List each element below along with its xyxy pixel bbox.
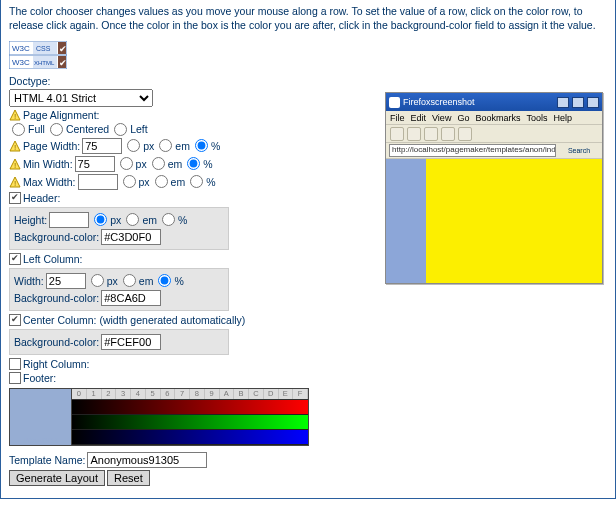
menu-file[interactable]: File [390,113,405,123]
header-checkbox[interactable] [9,192,21,204]
back-button[interactable] [390,127,404,141]
max-width-label: Max Width: [23,176,76,188]
minimize-button[interactable] [557,97,569,108]
align-full-label: Full [28,123,45,135]
svg-text:✔: ✔ [59,58,67,68]
pagewidth-pct-label: % [211,140,220,152]
header-pct-radio[interactable] [162,213,175,226]
blue-ramp[interactable] [72,430,308,445]
menu-view[interactable]: View [432,113,451,123]
svg-text:✔: ✔ [59,44,67,54]
pagewidth-px-radio[interactable] [127,139,140,152]
maxwidth-pct-label: % [206,176,215,188]
header-label: Header: [23,192,60,204]
search-box[interactable]: Search [559,145,599,157]
min-width-input[interactable] [75,156,115,172]
leftcol-px-radio[interactable] [91,274,104,287]
svg-text:!: ! [14,179,16,188]
footer-checkbox[interactable] [9,372,21,384]
leftcol-bg-input[interactable] [101,290,161,306]
svg-text:!: ! [14,161,16,170]
window-app-icon [389,97,400,108]
minwidth-em-label: em [168,158,183,170]
pagewidth-em-radio[interactable] [159,139,172,152]
centercol-bg-input[interactable] [101,334,161,350]
leftcol-pct-radio[interactable] [158,274,171,287]
preview-left-column [386,159,426,283]
browser-preview: Firefoxscreenshot FileEditViewGoBookmark… [385,92,603,284]
close-button[interactable] [587,97,599,108]
leftcol-width-input[interactable] [46,273,86,289]
header-height-label: Height: [14,214,47,226]
svg-text:CSS: CSS [36,45,51,52]
centercol-section: Background-color: [9,329,229,355]
rightcol-label: Right Column: [23,358,90,370]
svg-text:W3C: W3C [12,44,30,53]
color-swatch[interactable]: #96ADD3 [10,389,72,445]
centercol-bg-label: Background-color: [14,336,99,348]
forward-button[interactable] [407,127,421,141]
template-name-input[interactable] [87,452,207,468]
picker-scale: 0123456789ABCDEF [72,389,308,400]
leftcol-bg-label: Background-color: [14,292,99,304]
reload-button[interactable] [424,127,438,141]
color-picker: #96ADD3 0123456789ABCDEF [9,388,309,446]
leftcol-em-radio[interactable] [123,274,136,287]
footer-label: Footer: [23,372,56,384]
browser-toolbar [386,125,602,143]
header-bg-input[interactable] [101,229,161,245]
green-ramp[interactable] [72,415,308,430]
menu-go[interactable]: Go [457,113,469,123]
red-ramp[interactable] [72,400,308,415]
generate-layout-button[interactable]: Generate Layout [9,470,105,486]
window-title: Firefoxscreenshot [403,97,554,107]
align-left-radio[interactable] [114,123,127,136]
pagewidth-pct-radio[interactable] [195,139,208,152]
stop-button[interactable] [441,127,455,141]
minwidth-px-radio[interactable] [120,157,133,170]
page-width-input[interactable] [82,138,122,154]
leftcol-section: Width: px em % Background-color: [9,268,229,311]
w3c-css-badge: W3CCSS✔ [9,41,67,55]
maxwidth-pct-radio[interactable] [190,175,203,188]
maxwidth-px-radio[interactable] [123,175,136,188]
align-full-radio[interactable] [12,123,25,136]
page-alignment-label: Page Alignment: [23,109,99,121]
menu-tools[interactable]: Tools [526,113,547,123]
intro-text: The color chooser changes values as you … [9,4,607,32]
align-left-label: Left [130,123,148,135]
rightcol-checkbox[interactable] [9,358,21,370]
maxwidth-em-radio[interactable] [155,175,168,188]
warning-icon: ! [9,109,21,121]
doctype-select[interactable]: HTML 4.01 Strict [9,89,153,107]
w3c-xhtml-badge: W3CXHTML✔ [9,55,67,69]
centercol-checkbox[interactable] [9,314,21,326]
reset-button[interactable]: Reset [107,470,150,486]
minwidth-pct-label: % [203,158,212,170]
address-bar[interactable]: http://localhost/pagemaker/templates/ano… [389,144,556,157]
home-button[interactable] [458,127,472,141]
align-centered-label: Centered [66,123,109,135]
leftcol-checkbox[interactable] [9,253,21,265]
menu-edit[interactable]: Edit [411,113,427,123]
header-px-radio[interactable] [94,213,107,226]
header-height-input[interactable] [49,212,89,228]
align-centered-radio[interactable] [50,123,63,136]
menu-help[interactable]: Help [553,113,572,123]
header-bg-label: Background-color: [14,231,99,243]
minwidth-em-radio[interactable] [152,157,165,170]
max-width-input[interactable] [78,174,118,190]
warning-icon: ! [9,176,21,188]
menu-bookmarks[interactable]: Bookmarks [475,113,520,123]
pagewidth-px-label: px [143,140,154,152]
maximize-button[interactable] [572,97,584,108]
svg-text:!: ! [14,112,16,121]
minwidth-pct-radio[interactable] [187,157,200,170]
doctype-label: Doctype: [9,75,50,87]
header-section: Height: px em % Background-color: [9,207,229,250]
svg-text:XHTML: XHTML [34,60,55,66]
minwidth-px-label: px [136,158,147,170]
preview-center-column [426,159,602,283]
header-em-radio[interactable] [126,213,139,226]
warning-icon: ! [9,158,21,170]
